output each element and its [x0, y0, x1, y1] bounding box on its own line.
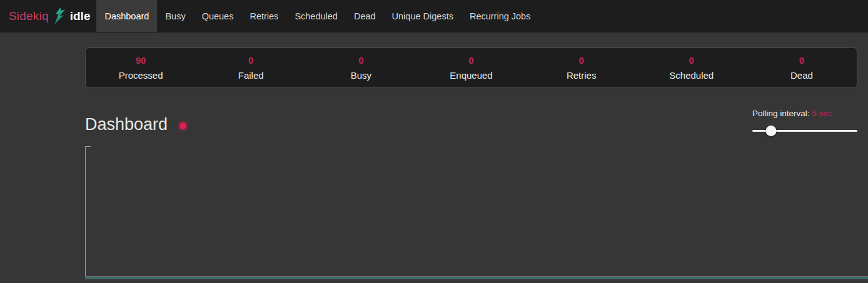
- nav-tabs: Dashboard Busy Queues Retries Scheduled …: [96, 0, 538, 32]
- tab-dashboard-link[interactable]: Dashboard: [96, 0, 157, 32]
- stat-enqueued: 0 Enqueued: [416, 55, 526, 81]
- polling-interval-value: 5 sec: [812, 109, 832, 118]
- tab-busy: Busy: [157, 0, 193, 32]
- brand-name: Sidekiq: [9, 9, 49, 23]
- tab-unique-digests-link[interactable]: Unique Digests: [384, 0, 462, 32]
- tab-scheduled: Scheduled: [286, 0, 346, 32]
- stat-busy-value: 0: [306, 55, 416, 66]
- tab-unique-digests: Unique Digests: [384, 0, 462, 32]
- stats-summary-bar: 90 Processed 0 Failed 0 Busy 0 Enqueued …: [85, 47, 857, 88]
- stat-retries-label: Retries: [527, 70, 637, 81]
- tab-retries-link[interactable]: Retries: [241, 0, 286, 32]
- tab-dead-link[interactable]: Dead: [346, 0, 384, 32]
- stat-failed-label: Failed: [196, 70, 306, 81]
- stat-failed: 0 Failed: [196, 55, 306, 81]
- chart-data-line: [85, 277, 868, 279]
- sidekiq-logo-icon: [53, 7, 66, 24]
- stat-retries: 0 Retries: [527, 55, 637, 81]
- chart-y-axis: [85, 146, 86, 277]
- tab-recurring-jobs: Recurring Jobs: [462, 0, 539, 32]
- page-container: 90 Processed 0 Failed 0 Busy 0 Enqueued …: [85, 47, 857, 283]
- stat-dead: 0 Dead: [747, 55, 857, 81]
- chart-y-axis-tick: [85, 146, 91, 147]
- stat-dead-value: 0: [747, 55, 857, 66]
- stat-scheduled-label: Scheduled: [637, 70, 747, 81]
- polling-interval-label: Polling interval: 5 sec: [752, 109, 857, 118]
- live-beacon-icon: [179, 122, 186, 129]
- stat-retries-value: 0: [527, 55, 637, 66]
- tab-dashboard: Dashboard: [96, 0, 157, 32]
- stat-failed-value: 0: [196, 55, 306, 66]
- stat-scheduled-value: 0: [637, 55, 747, 66]
- stat-dead-label: Dead: [747, 70, 857, 81]
- brand-home-link[interactable]: Sidekiq idle: [0, 0, 90, 32]
- slider-thumb[interactable]: [766, 126, 777, 136]
- stat-enqueued-label: Enqueued: [416, 70, 526, 81]
- realtime-chart: [85, 146, 868, 283]
- polling-interval-slider[interactable]: [752, 126, 857, 136]
- page-title: Dashboard: [85, 116, 168, 133]
- polling-label-text: Polling interval:: [752, 109, 810, 118]
- stat-enqueued-value: 0: [416, 55, 526, 66]
- tab-retries: Retries: [241, 0, 286, 32]
- tab-queues-link[interactable]: Queues: [194, 0, 242, 32]
- polling-interval-control: Polling interval: 5 sec: [752, 109, 857, 136]
- stat-busy: 0 Busy: [306, 55, 416, 81]
- navbar: Sidekiq idle Dashboard Busy Queues Retri…: [0, 0, 868, 32]
- stat-processed-label: Processed: [86, 70, 196, 81]
- stat-processed-value: 90: [86, 55, 196, 66]
- stat-scheduled: 0 Scheduled: [637, 55, 747, 81]
- tab-busy-link[interactable]: Busy: [157, 0, 193, 32]
- tab-queues: Queues: [194, 0, 242, 32]
- status-text: idle: [70, 9, 91, 23]
- stat-busy-label: Busy: [306, 70, 416, 81]
- tab-scheduled-link[interactable]: Scheduled: [286, 0, 346, 32]
- chart-x-axis: [85, 276, 868, 277]
- tab-recurring-jobs-link[interactable]: Recurring Jobs: [462, 0, 539, 32]
- tab-dead: Dead: [346, 0, 384, 32]
- stat-processed: 90 Processed: [86, 55, 196, 81]
- title-wrap: Dashboard: [85, 116, 186, 133]
- page-header: Dashboard Polling interval: 5 sec: [85, 116, 857, 133]
